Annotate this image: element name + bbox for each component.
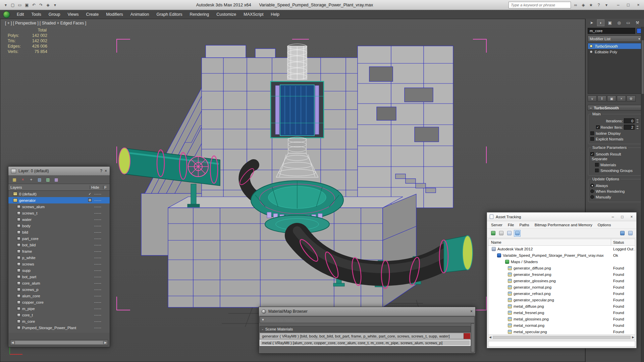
scroll-right-icon[interactable]: ▶ [632,336,634,339]
layer-object-row[interactable]: alum_core ----- [8,293,110,299]
save-icon[interactable]: ▣ [24,2,30,8]
render-toggle[interactable] [87,198,93,202]
tab-modify-icon[interactable]: ◗ [597,19,604,26]
tab-display-icon[interactable]: ▭ [625,19,632,26]
asset-row-bitmap[interactable]: generator_refract.png Found [488,290,635,297]
layer-row-default[interactable]: 0 (default) ✓ ----- [8,191,110,197]
menu-item[interactable]: Help [267,12,283,17]
smoothing-groups-checkbox[interactable] [595,169,599,172]
hide-toggle[interactable]: ----- [94,243,108,247]
material-search-input[interactable] [266,318,474,322]
manually-radio[interactable] [590,195,594,199]
layer-object-row[interactable]: water ----- [8,216,110,223]
hide-toggle[interactable]: ----- [94,249,108,253]
layer-object-row[interactable]: screws_t ----- [8,210,110,216]
render-iters-checkbox[interactable]: ✓ [596,125,600,129]
help-icon[interactable]: ? [596,2,602,8]
redo-icon[interactable]: ↷ [38,2,44,8]
show-end-result-icon[interactable]: ‖ [597,96,606,102]
hide-toggle[interactable]: ----- [94,326,108,329]
qat-dropdown-icon[interactable]: ▾ [52,2,58,8]
scroll-left-icon[interactable]: ◀ [489,336,491,339]
scroll-right-icon[interactable]: ▶ [104,341,107,344]
object-name-field[interactable]: m_core [588,28,635,34]
asset-row-vault[interactable]: Autodesk Vault 2012 Logged Out ... [488,246,635,252]
layer-object-row[interactable]: frame ----- [8,248,110,254]
layer-object-row[interactable]: p_white ----- [8,254,110,261]
current-layer-check[interactable]: ✓ [87,192,93,196]
search-options-icon[interactable]: ▼ [260,318,266,321]
scroll-left-icon[interactable]: ◀ [11,341,14,344]
asset-status-field[interactable] [488,341,635,347]
materials-checkbox[interactable] [595,163,599,167]
menu-item[interactable]: Group [45,12,64,17]
resolve-paths-icon[interactable] [619,230,626,237]
asset-row-bitmap[interactable]: generator_specular.png Found [488,297,635,303]
asset-row-bitmap[interactable]: generator_glossines.png Found [488,278,635,284]
app-menu-icon[interactable]: ▾ [3,2,9,8]
undo-icon[interactable]: ↶ [31,2,37,8]
set-current-layer-icon[interactable]: ▨ [45,177,51,182]
explicit-normals-checkbox[interactable] [590,137,594,141]
configure-modifier-sets-icon[interactable]: ⚙ [627,96,636,102]
hide-toggle[interactable]: ----- [94,256,108,259]
always-radio[interactable] [590,184,594,187]
close-button[interactable]: × [633,1,643,9]
iterations-spinner[interactable]: ▲▼ [636,119,639,123]
tab-hierarchy-icon[interactable]: ▣ [606,19,613,26]
close-button[interactable]: × [627,213,636,221]
project-folder-icon[interactable]: ◈ [45,2,51,8]
layer-object-row[interactable]: core_alum ----- [8,280,110,286]
asset-tracking-titlebar[interactable]: Asset Tracking – □ × [487,213,636,221]
vault-login-icon[interactable] [490,230,496,237]
layer-object-row[interactable]: bild ----- [8,229,110,235]
hide-toggle[interactable]: ----- [94,211,108,215]
make-unique-icon[interactable]: ▣ [607,96,616,102]
add-to-layer-icon[interactable]: + [28,177,34,182]
layer-object-row[interactable]: m_pipe ----- [8,305,110,312]
render-iters-field[interactable]: 2 [624,125,635,130]
panel-scrollbar[interactable] [641,27,644,362]
menu-item[interactable]: Options [595,223,614,227]
layer-object-row[interactable]: copper_core ----- [8,299,110,305]
layer-row-generator[interactable]: generator ----- [8,197,110,203]
layer-object-row[interactable]: screws ----- [8,261,110,267]
asset-row-bitmap[interactable]: metal_normal.png Found [488,322,635,328]
layer-object-row[interactable]: supp ----- [8,267,110,274]
hide-toggle[interactable]: ----- [94,307,108,310]
layer-object-row[interactable]: part_core ----- [8,235,110,242]
asset-table-header[interactable]: Name Status [488,239,635,246]
hide-toggle[interactable]: ----- [94,319,108,323]
menu-item[interactable]: Create [83,12,103,17]
menu-item[interactable]: Graph Editors [153,12,186,17]
asset-row-bitmap[interactable]: metal_fresnel.png Found [488,309,635,316]
list-view-icon[interactable] [506,230,513,237]
hide-toggle[interactable]: ----- [94,288,108,291]
layer-object-row[interactable]: m_core ----- [8,318,110,324]
layer-object-row[interactable]: body ----- [8,223,110,229]
help-dropdown-icon[interactable]: ▾ [603,2,609,8]
hide-toggle[interactable]: ----- [94,262,108,266]
hide-toggle[interactable]: ----- [94,192,108,196]
iterations-field[interactable]: 0 [624,118,635,123]
material-row-metal[interactable]: metal ( VRayMtl ) [alum_core, copper_cor… [260,340,471,346]
hide-toggle[interactable]: ----- [94,275,108,279]
close-icon[interactable]: × [470,309,473,314]
asset-row-bitmap[interactable]: metal_specular.png Found [488,328,635,335]
asset-row-bitmap[interactable]: generator_fresnel.png Found [488,271,635,278]
open-file-icon[interactable]: ▭ [17,2,23,8]
maximize-button[interactable]: □ [618,213,627,221]
tab-motion-icon[interactable]: ◎ [615,19,623,26]
hide-toggle[interactable]: ----- [94,268,108,272]
hide-toggle[interactable]: ----- [94,205,108,208]
new-scene-icon[interactable]: ▢ [10,2,16,8]
remove-modifier-icon[interactable]: × [617,96,626,102]
layer-panel-titlebar[interactable]: Layer: 0 (default) ? × [8,167,110,175]
menu-item[interactable]: Modifiers [102,12,127,17]
tab-create-icon[interactable]: ➤ [588,19,595,26]
hide-toggle[interactable]: ----- [94,313,108,317]
table-view-icon[interactable] [514,230,521,237]
hide-toggle[interactable]: ----- [94,224,108,228]
hide-toggle[interactable]: ----- [94,230,108,234]
create-layer-icon[interactable]: ▦ [11,177,17,182]
